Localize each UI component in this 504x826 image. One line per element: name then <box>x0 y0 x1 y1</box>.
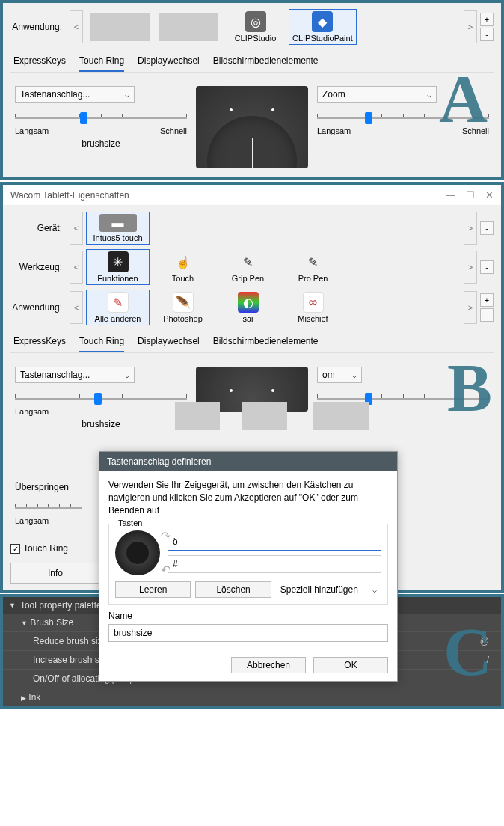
app-strip: ◎CLIPStudio ◆CLIPStudioPaint <box>86 9 461 45</box>
app-remove-button[interactable]: - <box>480 28 494 41</box>
clear-button[interactable]: Leeren <box>115 581 191 598</box>
device-prev-arrow[interactable]: < <box>70 212 83 245</box>
skip-slider[interactable] <box>15 500 82 515</box>
ring-icon <box>115 530 160 575</box>
delete-button[interactable]: Löschen <box>195 581 271 598</box>
app-tile-blank[interactable] <box>86 9 153 45</box>
collapse-icon: ▼ <box>9 602 16 609</box>
tab-displaywechsel-b[interactable]: Displaywechsel <box>138 336 200 352</box>
device-intuos5[interactable]: ▬Intuos5 touch <box>86 212 150 245</box>
window-minimize-icon[interactable]: — <box>446 189 455 201</box>
app-tile-clipstudio[interactable]: ◎CLIPStudio <box>224 9 287 45</box>
keystroke-modal: Tastenanschlag definieren Verwenden Sie … <box>99 451 398 682</box>
app-prev-arrow-b[interactable]: < <box>70 291 83 324</box>
ring-function-name-b: brushsize <box>15 419 187 429</box>
tool-prev-arrow[interactable]: < <box>70 251 83 284</box>
special-add-dropdown[interactable]: Speziell hinzufügen <box>276 582 381 597</box>
key-down-input[interactable] <box>168 555 381 573</box>
left-function-dropdown-b[interactable]: Tastenanschlag... <box>15 367 135 383</box>
section-label-c: C <box>443 614 492 691</box>
app-prev-arrow[interactable]: < <box>70 10 83 43</box>
tab-displaywechsel[interactable]: Displaywechsel <box>138 55 200 72</box>
speed-slider-left-b[interactable] <box>15 391 187 406</box>
tab-bildschirm[interactable]: Bildschirmbedienelemente <box>213 55 319 72</box>
device-next-arrow[interactable]: > <box>464 212 477 245</box>
tab-expresskeys[interactable]: ExpressKeys <box>13 55 66 72</box>
anwendung-label: Anwendung: <box>10 22 67 32</box>
app-tile-blank[interactable] <box>155 9 222 45</box>
tool-funktionen[interactable]: ✳Funktionen <box>86 249 150 285</box>
app-mischief[interactable]: ∞Mischief <box>281 290 345 325</box>
key-up-input[interactable] <box>168 533 381 551</box>
group-ink[interactable]: ▶ Ink <box>3 688 501 706</box>
geraet-label: Gerät: <box>10 223 67 233</box>
right-function-dropdown[interactable]: Zoom <box>317 86 437 103</box>
window-title: Wacom Tablett-Eigenschaften <box>10 190 129 201</box>
device-strip: ▬Intuos5 touch <box>86 212 272 245</box>
window-maximize-icon[interactable]: ☐ <box>466 189 475 201</box>
cancel-button[interactable]: Abbrechen <box>231 657 306 673</box>
right-function-dropdown-b[interactable]: om <box>317 367 362 383</box>
app-strip-b: ✎Alle anderen 🪶Photoshop ◐sai ∞Mischief <box>86 290 461 325</box>
device-remove-button[interactable]: - <box>480 221 494 235</box>
app-next-arrow-b[interactable]: > <box>464 291 477 324</box>
name-label: Name <box>108 611 388 621</box>
anwendung-label-b: Anwendung: <box>10 302 67 313</box>
speed-slider-left[interactable] <box>15 110 187 125</box>
tool-next-arrow[interactable]: > <box>464 251 477 284</box>
tabs-row: ExpressKeys Touch Ring Displaywechsel Bi… <box>10 49 494 73</box>
tool-propen[interactable]: ✎Pro Pen <box>281 249 345 285</box>
name-input[interactable] <box>108 624 388 642</box>
app-tile-clipstudiopaint[interactable]: ◆CLIPStudioPaint <box>289 9 357 45</box>
modal-hint: Verwenden Sie Ihr Zeigegerät, um zwische… <box>108 479 388 516</box>
tool-remove-button[interactable]: - <box>480 260 494 274</box>
slider-fast-label: Schnell <box>160 126 187 135</box>
app-alleanderen[interactable]: ✎Alle anderen <box>86 290 150 325</box>
tab-touchring[interactable]: Touch Ring <box>79 55 124 72</box>
modal-title: Tastenanschlag definieren <box>99 452 397 471</box>
ring-function-name: brushsize <box>15 138 187 149</box>
window-titlebar: Wacom Tablett-Eigenschaften — ☐ ✕ <box>3 185 501 206</box>
touch-ring-preview <box>196 86 308 168</box>
werkzeug-label: Werkzeug: <box>10 262 67 272</box>
window-close-icon[interactable]: ✕ <box>485 189 494 201</box>
info-button[interactable]: Info <box>10 563 100 584</box>
section-label-b: B <box>447 349 492 426</box>
tab-expresskeys-b[interactable]: ExpressKeys <box>13 336 66 352</box>
arrow-down-icon: ↶ <box>161 563 170 577</box>
ok-button[interactable]: OK <box>313 657 388 673</box>
left-function-dropdown[interactable]: Tastenanschlag... <box>15 86 135 103</box>
section-label-a: A <box>439 61 488 138</box>
tabs-row-b: ExpressKeys Touch Ring Displaywechsel Bi… <box>10 330 494 353</box>
app-add-button-b[interactable]: + <box>480 293 494 307</box>
tool-touch[interactable]: ☝Touch <box>151 249 215 285</box>
app-photoshop[interactable]: 🪶Photoshop <box>151 290 215 325</box>
tab-touchring-b[interactable]: Touch Ring <box>79 336 124 352</box>
arrow-up-icon: ↷ <box>161 529 170 543</box>
app-sai[interactable]: ◐sai <box>216 290 280 325</box>
tab-bildschirm-b[interactable]: Bildschirmbedienelemente <box>213 336 319 352</box>
slider-slow-label: Langsam <box>15 126 49 135</box>
app-next-arrow[interactable]: > <box>464 10 477 43</box>
app-add-button[interactable]: + <box>480 13 494 26</box>
tool-strip: ✳Funktionen ☝Touch ✎Grip Pen ✎Pro Pen <box>86 249 461 285</box>
app-remove-button-b[interactable]: - <box>480 308 494 322</box>
tool-grippen[interactable]: ✎Grip Pen <box>216 249 280 285</box>
tasten-legend: Tasten <box>115 518 145 527</box>
